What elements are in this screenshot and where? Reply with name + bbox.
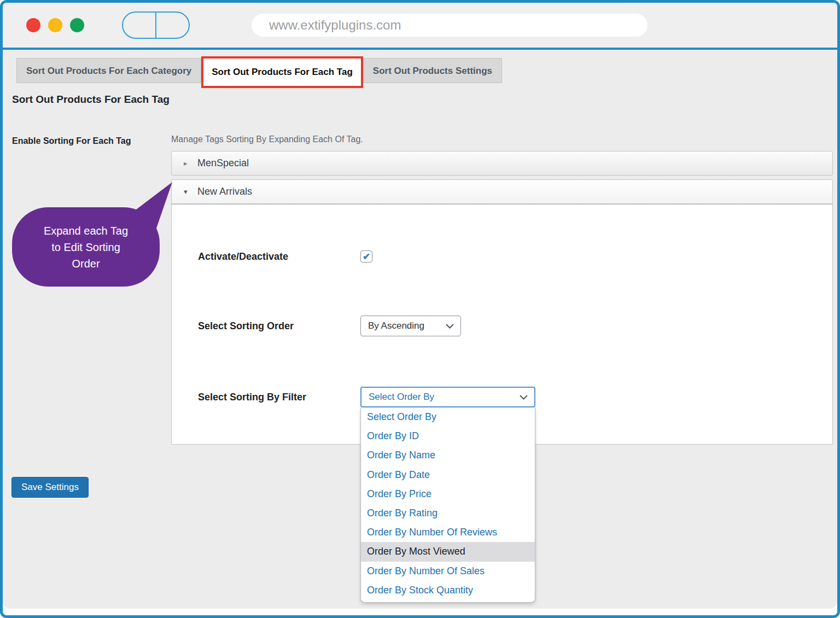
callout-line-2: to Edit Sorting — [51, 239, 120, 255]
sorting-order-row: Select Sorting Order By Ascending — [198, 316, 821, 336]
page-title: Sort Out Products For Each Tag — [12, 94, 170, 106]
accordion-new-arrivals-label: New Arrivals — [197, 186, 252, 197]
activate-label: Activate/Deactivate — [198, 251, 360, 263]
sorting-order-select[interactable]: By Ascending — [360, 316, 461, 336]
new-arrivals-panel: Activate/Deactivate ✔ Select Sorting Ord… — [171, 204, 833, 445]
chevron-down-icon: ▾ — [184, 188, 191, 196]
address-bar[interactable]: www.extifyplugins.com — [252, 14, 648, 37]
setting-description: Manage Tags Sorting By Expanding Each Of… — [171, 135, 833, 144]
dropdown-option[interactable]: Select Order By — [361, 407, 535, 427]
sorting-order-label: Select Sorting Order — [198, 320, 360, 332]
dropdown-option[interactable]: Order By Date — [361, 465, 535, 485]
window-controls — [26, 18, 84, 32]
back-button[interactable] — [123, 13, 156, 38]
sorting-filter-row: Select Sorting By Filter Select Order By — [198, 387, 821, 407]
tab-sort-products-category[interactable]: Sort Out Products For Each Category — [16, 58, 201, 83]
minimize-window-icon[interactable] — [48, 18, 62, 32]
sorting-order-value: By Ascending — [368, 320, 424, 331]
browser-window: www.extifyplugins.com Sort Out Products … — [0, 0, 840, 618]
chevron-down-icon — [520, 395, 528, 400]
sorting-filter-value: Select Order By — [369, 392, 434, 403]
dropdown-option[interactable]: Order By Number Of Sales — [361, 562, 535, 581]
annotation-callout: Expand each Tag to Edit Sorting Order — [9, 181, 180, 297]
setting-content-column: Manage Tags Sorting By Expanding Each Of… — [171, 135, 833, 445]
accordion-menspecial-label: MenSpecial — [197, 158, 249, 169]
dropdown-option[interactable]: Order By Number Of Reviews — [361, 523, 535, 542]
settings-page: Sort Out Products For Each Category Sort… — [3, 50, 837, 609]
dropdown-option[interactable]: Order By Most Viewed — [361, 542, 535, 561]
dropdown-option[interactable]: Order By Price — [361, 485, 535, 504]
dropdown-option[interactable]: Order By ID — [361, 427, 535, 446]
back-forward-buttons — [122, 11, 190, 39]
red-annotation-box: Sort Out Products For Each Tag — [201, 56, 363, 88]
settings-tabs: Sort Out Products For Each Category Sort… — [16, 58, 502, 88]
callout-line-3: Order — [72, 255, 100, 272]
sorting-filter-label: Select Sorting By Filter — [198, 392, 360, 403]
forward-button[interactable] — [156, 13, 189, 38]
chevron-down-icon — [446, 324, 454, 329]
sorting-filter-dropdown-list: Select Order ByOrder By IDOrder By NameO… — [360, 407, 535, 603]
callout-text: Expand each Tag to Edit Sorting Order — [12, 207, 160, 287]
dropdown-option[interactable]: Order By Rating — [361, 504, 535, 523]
browser-toolbar: www.extifyplugins.com — [3, 3, 837, 50]
activate-row: Activate/Deactivate ✔ — [198, 246, 821, 267]
save-settings-button[interactable]: Save Settings — [11, 477, 89, 498]
maximize-window-icon[interactable] — [70, 18, 84, 32]
callout-line-1: Expand each Tag — [44, 223, 128, 239]
activate-checkbox[interactable]: ✔ — [360, 250, 372, 263]
accordion-new-arrivals[interactable]: ▾ New Arrivals — [171, 179, 833, 204]
enable-sorting-label: Enable Sorting For Each Tag — [12, 136, 131, 146]
tab-sort-products-settings[interactable]: Sort Out Products Settings — [363, 58, 502, 83]
dropdown-option[interactable]: Order By Stock Quantity — [361, 581, 535, 600]
chevron-right-icon: ▸ — [184, 159, 191, 167]
tab-sort-products-tag[interactable]: Sort Out Products For Each Tag — [203, 59, 361, 86]
sorting-filter-select[interactable]: Select Order By — [360, 387, 535, 407]
url-text: www.extifyplugins.com — [269, 18, 401, 33]
close-window-icon[interactable] — [26, 18, 40, 32]
dropdown-option[interactable]: Order By Name — [361, 446, 535, 465]
accordion-menspecial[interactable]: ▸ MenSpecial — [171, 151, 833, 176]
